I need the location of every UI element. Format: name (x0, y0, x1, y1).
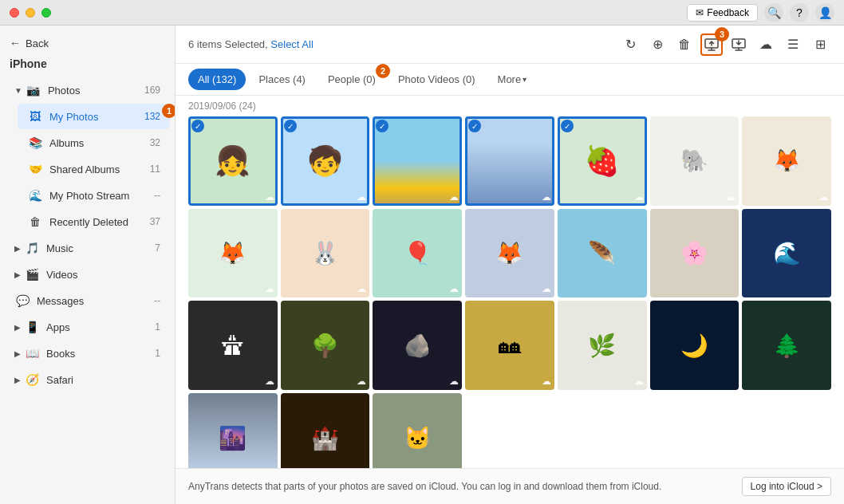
refresh-button[interactable]: ↻ (619, 33, 641, 56)
photos-count: 169 (144, 85, 160, 96)
photo-item[interactable]: 🦊 ☁ (465, 209, 554, 298)
chevron-right-icon-3: ▶ (14, 323, 21, 332)
recently-deleted-count: 37 (150, 216, 160, 227)
tab-all[interactable]: All (132) (188, 69, 246, 90)
photo-item[interactable]: 🌆 (188, 393, 278, 468)
selected-check: ✓ (191, 120, 204, 132)
photo-grid-container: 👧 ✓ ☁ 🧒 ✓ ☁ ✓ ☁ ✓ ☁ 🍓 (176, 116, 844, 468)
chevron-right-icon: ▶ (14, 244, 21, 253)
sidebar-item-messages[interactable]: 💬 Messages -- (5, 288, 170, 313)
photo-item[interactable]: 🛣 ☁ (188, 301, 278, 390)
minimize-button[interactable] (26, 8, 35, 18)
cloud-overlay-icon: ☁ (449, 283, 459, 294)
tab-people[interactable]: People (0) 2 (318, 69, 385, 90)
photo-item[interactable]: 🐘 ☁ (650, 116, 739, 206)
photo-thumbnail: 🌲 (742, 301, 831, 390)
sidebar-item-shared-albums[interactable]: 🤝 Shared Albums 11 (18, 156, 170, 182)
photos-sub-items: 🖼 My Photos 132 1 📚 Albums 32 🤝 Shared A… (13, 104, 175, 234)
messages-icon: 💬 (14, 293, 30, 309)
photo-item[interactable]: 🦊 ☁ (742, 116, 831, 206)
tab-photo-videos[interactable]: Photo Videos (0) (388, 69, 485, 90)
sidebar-item-music[interactable]: ▶ 🎵 Music 7 (5, 235, 170, 261)
sidebar-item-apps[interactable]: ▶ 📱 Apps 1 (5, 314, 170, 340)
photo-item[interactable]: 🪨 ☁ (373, 301, 462, 390)
annotation-badge-1: 1 (162, 104, 176, 118)
cloud-upload-button[interactable]: ☁ (755, 33, 777, 56)
sidebar-item-my-photo-stream[interactable]: 🌊 My Photo Stream -- (18, 183, 170, 208)
search-button[interactable]: 🔍 (764, 3, 783, 22)
sidebar-item-albums[interactable]: 📚 Albums 32 (18, 130, 170, 156)
photo-item[interactable]: 🎈 ☁ (373, 209, 462, 298)
sidebar-item-photos[interactable]: ▼ 📷 Photos 169 (5, 77, 170, 103)
sidebar-item-videos[interactable]: ▶ 🎬 Videos (5, 262, 170, 287)
photo-stream-label: My Photo Stream (49, 190, 154, 202)
music-icon: 🎵 (24, 240, 40, 256)
mail-icon: ✉ (696, 7, 704, 18)
cloud-overlay-icon: ☁ (634, 376, 644, 387)
videos-label: Videos (46, 269, 160, 281)
photo-item[interactable]: 🏰 (281, 393, 370, 468)
photo-stream-icon: 🌊 (27, 187, 43, 203)
photo-item[interactable]: 🌳 ☁ (281, 301, 370, 390)
chevron-right-icon-5: ▶ (14, 376, 21, 384)
photo-item[interactable]: ✓ ☁ (373, 116, 462, 206)
cloud-overlay-icon: ☁ (542, 191, 551, 203)
photo-item[interactable]: ✓ ☁ (465, 116, 554, 206)
list-view-button[interactable]: ☰ (782, 33, 804, 56)
tab-places[interactable]: Places (4) (249, 69, 315, 90)
cloud-overlay-icon: ☁ (357, 376, 366, 387)
my-photos-icon: 🖼 (27, 108, 43, 124)
photo-grid: 👧 ✓ ☁ 🧒 ✓ ☁ ✓ ☁ ✓ ☁ 🍓 (188, 116, 831, 468)
recently-deleted-icon: 🗑 (27, 214, 43, 230)
photo-item[interactable]: 🌊 (742, 209, 831, 298)
photo-item[interactable]: 👧 ✓ ☁ (188, 116, 278, 206)
cloud-overlay-icon: ☁ (726, 191, 736, 203)
safari-label: Safari (46, 374, 160, 386)
sidebar-item-books[interactable]: ▶ 📖 Books 1 (5, 341, 170, 366)
photo-thumbnail: 🏰 (281, 393, 370, 468)
apps-label: Apps (46, 321, 155, 333)
apps-count: 1 (155, 321, 160, 333)
photo-item[interactable]: 🍓 ✓ ☁ (558, 116, 647, 206)
photo-item[interactable]: 🦊 ☁ (188, 209, 278, 298)
cloud-overlay-icon: ☁ (265, 376, 274, 387)
chevron-down-icon: ▾ (523, 75, 527, 84)
photo-item[interactable]: 🌿 ☁ (558, 301, 647, 390)
photo-item[interactable]: 🌸 (650, 209, 739, 298)
export-from-device-button[interactable] (728, 33, 750, 56)
sidebar-item-recently-deleted[interactable]: 🗑 Recently Deleted 37 (18, 209, 170, 234)
account-button[interactable]: 👤 (815, 3, 834, 22)
photo-thumbnail: 🌆 (188, 393, 278, 468)
maximize-button[interactable] (41, 8, 51, 18)
back-button[interactable]: ← Back (0, 32, 175, 54)
photo-item[interactable]: 🧒 ✓ ☁ (281, 116, 370, 206)
help-button[interactable]: ? (790, 3, 809, 22)
delete-button[interactable]: 🗑 (673, 33, 696, 56)
recently-deleted-label: Recently Deleted (49, 216, 150, 228)
sidebar-item-safari[interactable]: ▶ 🧭 Safari (5, 367, 170, 392)
photo-item[interactable]: 🌙 (650, 301, 739, 390)
photo-item[interactable]: 🐰 ☁ (281, 209, 370, 298)
photo-thumbnail: 🌊 (742, 209, 831, 298)
icloud-banner: AnyTrans detects that parts of your phot… (176, 468, 844, 504)
books-label: Books (46, 348, 155, 360)
close-button[interactable] (10, 8, 19, 18)
icloud-banner-text: AnyTrans detects that parts of your phot… (188, 481, 661, 492)
selected-check: ✓ (284, 120, 297, 132)
photo-item[interactable]: 🐱 (373, 393, 462, 468)
videos-icon: 🎬 (24, 266, 40, 282)
add-button[interactable]: ⊕ (646, 33, 668, 56)
device-title: iPhone (0, 54, 175, 77)
select-all-link[interactable]: Select All (270, 38, 313, 50)
annotation-2-badge: 2 (376, 64, 390, 78)
sidebar-item-my-photos[interactable]: 🖼 My Photos 132 1 (18, 104, 170, 129)
icloud-login-button[interactable]: Log into iCloud > (742, 477, 831, 496)
tab-more[interactable]: More ▾ (488, 69, 537, 90)
photo-item[interactable]: 🪶 (558, 209, 647, 298)
cloud-overlay-icon: ☁ (818, 191, 828, 203)
grid-view-button[interactable]: ⊞ (809, 33, 831, 56)
feedback-button[interactable]: ✉ Feedback (687, 4, 758, 22)
photo-item[interactable]: 🌲 (742, 301, 831, 390)
photo-item[interactable]: 🏘 ☁ (465, 301, 554, 390)
albums-count: 32 (150, 137, 160, 148)
